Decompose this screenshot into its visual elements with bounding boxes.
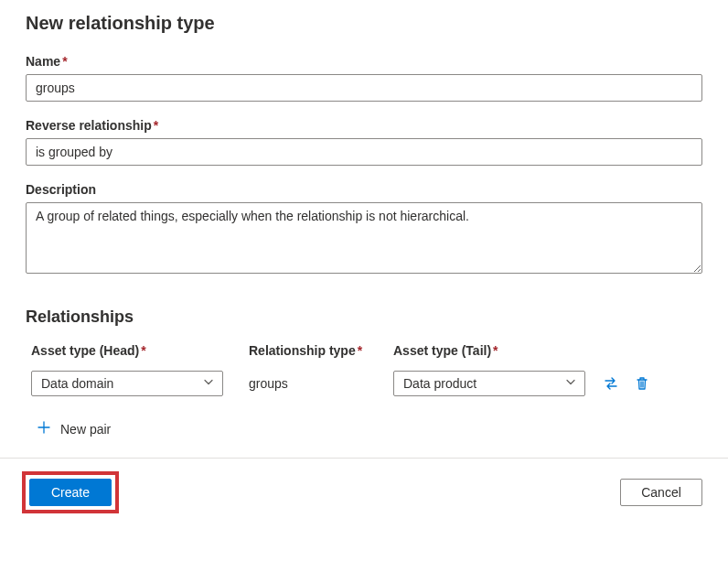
required-marker: * [493, 343, 498, 358]
chevron-down-icon [202, 376, 215, 392]
description-label: Description [26, 182, 702, 197]
name-input[interactable] [26, 74, 702, 102]
new-pair-button[interactable]: New pair [37, 420, 111, 437]
create-button-highlight: Create [22, 471, 119, 513]
cancel-button[interactable]: Cancel [620, 479, 702, 506]
plus-icon [37, 420, 51, 437]
reverse-relationship-input[interactable] [26, 138, 702, 166]
relationship-row: Data domain groups Data product [26, 371, 702, 396]
name-label: Name* [26, 54, 702, 69]
required-marker: * [141, 343, 145, 358]
asset-type-tail-dropdown[interactable]: Data product [393, 371, 585, 396]
column-header-head: Asset type (Head)* [31, 343, 223, 358]
required-marker: * [154, 118, 158, 133]
column-header-tail: Asset type (Tail)* [393, 343, 585, 358]
asset-type-head-dropdown[interactable]: Data domain [31, 371, 223, 396]
create-button[interactable]: Create [29, 479, 112, 506]
page-title: New relationship type [26, 13, 702, 34]
relationships-section-title: Relationships [26, 308, 702, 327]
swap-icon[interactable] [602, 374, 620, 393]
new-pair-label: New pair [60, 422, 111, 437]
relationship-type-value: groups [249, 376, 288, 391]
chevron-down-icon [564, 376, 577, 392]
description-textarea[interactable]: A group of related things, especially wh… [26, 202, 702, 274]
column-header-reltype: Relationship type* [249, 343, 368, 358]
delete-icon[interactable] [633, 374, 651, 393]
required-marker: * [62, 54, 67, 69]
required-marker: * [358, 343, 362, 358]
reverse-relationship-label: Reverse relationship* [26, 118, 702, 133]
